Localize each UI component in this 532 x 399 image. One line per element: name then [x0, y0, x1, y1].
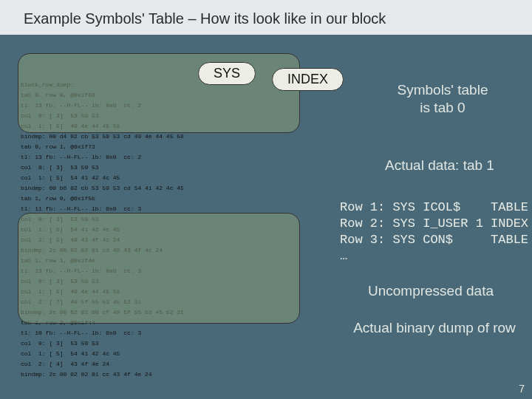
dump-line: tab 0, row 1, @0x1f73: [21, 142, 525, 152]
actual-data-callout: Actual data: tab 1: [355, 157, 525, 174]
dump-line: bindmp: 2c 00 02 02 00 cf 49 5f 55 53 45…: [21, 307, 525, 318]
content-area: block_row_dump:tab 0, row 0, @0x1f66tl: …: [21, 38, 525, 399]
dump-line: col 1: [ 5] 49 4e 44 45 58: [21, 121, 525, 132]
dump-line: tl: 13 fb: --H-FL-- lb: 0x0 cc: 3: [21, 266, 525, 276]
sys-badge: SYS: [198, 62, 256, 85]
symbols-callout: Symbols' table is tab 0: [380, 81, 505, 117]
title-text: Example Symbols' Table – How its look li…: [24, 10, 386, 27]
page-title: Example Symbols' Table – How its look li…: [0, 0, 532, 35]
page-number: 7: [519, 383, 525, 395]
binary-dump-callout: Actual binary dump of row: [331, 319, 532, 337]
dump-line: col 0: [ 3] 53 59 53: [21, 338, 525, 349]
dump-line: bindmp: 00 b6 02 cb 53 59 53 cd 54 41 42…: [21, 183, 525, 194]
index-badge: INDEX: [272, 68, 344, 91]
dump-line: col 2: [ 4] 43 4f 4e 24: [21, 359, 525, 369]
dump-line: bindmp: 2c 00 02 02 01 cc 43 4f 4e 24: [21, 369, 525, 380]
uncompressed-callout: Uncompressed data: [346, 282, 516, 300]
rows-callout: Row 1: SYS ICOL$ TABLE Row 2: SYS I_USER…: [340, 200, 532, 265]
dump-line: col 1: [ 5] 54 41 42 4c 45: [21, 173, 525, 183]
dump-line: col 1: [ 5] 54 41 42 4c 45: [21, 349, 525, 359]
dump-line: bindmp: 00 d4 02 cb 53 59 53 cd 49 4e 44…: [21, 132, 525, 142]
